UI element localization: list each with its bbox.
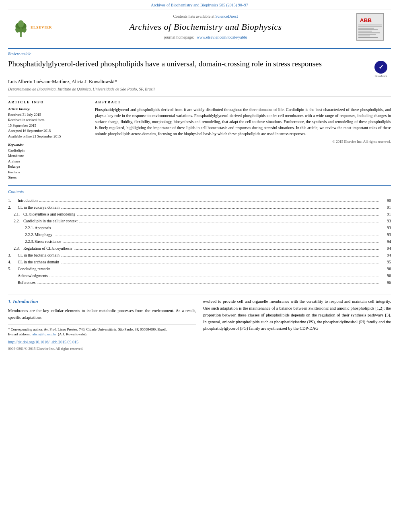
journal-title: Archives of Biochemistry and Biophysics [57,21,354,33]
toc-filler [61,263,379,263]
toc-num: 2.3. [8,246,23,251]
toc-filler [61,208,379,209]
toc-page: 95 [381,259,391,265]
toc-page: 94 [381,239,391,244]
svg-rect-11 [358,28,374,29]
svg-rect-16 [358,35,370,36]
toc-page: 90 [381,198,391,203]
email-link[interactable]: alicia@iq.usp.br [32,332,56,336]
toc-text: Acknowledgments [18,273,48,279]
keyword-item: Stress [8,175,88,181]
toc-num: 2.2.3. [8,239,35,244]
elsevier-logo-area: ELSEVIER [13,16,57,37]
svg-text:ABB: ABB [360,17,372,23]
toc-item: 3.CL in the bacteria domain94 [8,252,391,259]
toc-filler [37,283,379,284]
toc-item: 5.Concluding remarks96 [8,265,391,272]
sciencedirect-link[interactable]: ScienceDirect [215,14,238,18]
keywords-block: Keywords: CardiolipinMembraneArchaeaEuka… [8,142,88,181]
toc-item: 2.2.3.Stress resistance94 [8,238,391,245]
keywords-label: Keywords: [8,142,88,148]
revised-date: 15 September 2015 [8,123,88,129]
toc-page: 94 [381,253,391,258]
elsevier-branding: ELSEVIER [13,17,57,37]
toc-filler [39,201,379,202]
keyword-item: Archaea [8,159,88,164]
info-abstract-section: ARTICLE INFO Article history: Received 3… [8,96,391,181]
toc-item: 2.3.Regulation of CL biosynthesis94 [8,245,391,252]
svg-rect-17 [358,37,378,38]
toc-filler [74,249,379,250]
toc-page: 96 [381,273,391,279]
elsevier-wordmark: ELSEVIER [31,25,52,30]
article-info-panel: ARTICLE INFO Article history: Received 3… [8,100,88,181]
toc-item: 1.Introduction90 [8,197,391,204]
svg-rect-9 [358,25,382,25]
toc-num: 2.1. [8,212,23,217]
toc-page: 96 [381,280,391,286]
journal-url[interactable]: www.elsevier.com/locate/yabbi [197,35,247,39]
svg-rect-15 [358,34,376,35]
toc-filler [79,222,379,222]
toc-item: 2.2.2.Mitophagy93 [8,231,391,238]
toc-page: 93 [381,218,391,224]
toc-text: CL in the archaea domain [18,259,59,265]
keyword-item: Bacteria [8,170,88,175]
svg-rect-12 [358,29,378,30]
revised-label: Received in revised form [8,117,88,123]
table-of-contents: Contents 1.Introduction902.CL in the euk… [8,185,391,286]
corresponding-author: * Corresponding author. Av. Prof. Lineu … [8,327,196,332]
keyword-item: Eukarya [8,164,88,170]
svg-rect-10 [358,26,382,27]
abb-logo: ABB [356,13,384,41]
toc-item: 4.CL in the archaea domain95 [8,259,391,265]
toc-filler [53,229,379,229]
toc-page: 96 [381,266,391,272]
journal-title-area: Contents lists available at ScienceDirec… [57,14,354,41]
keywords-list: CardiolipinMembraneArchaeaEukaryaBacteri… [8,148,88,181]
crossmark-label: CrossMark [374,74,387,78]
toc-item: References96 [8,279,391,286]
toc-item: 2.1.CL biosynthesis and remodeling91 [8,211,391,218]
journal-citation-text: Archives of Biochemistry and Biophysics … [151,3,248,7]
article-title: Phosphatidylglycerol-derived phospholipi… [8,59,322,69]
intro-para1: Membranes are the key cellular elements … [8,308,196,321]
journal-homepage-line: journal homepage: www.elsevier.com/locat… [57,35,354,40]
abstract-heading: ABSTRACT [95,100,391,105]
toc-text: CL biosynthesis and remodeling [23,212,75,217]
intro-title: 1. Introduction [8,298,196,305]
article-info-heading: ARTICLE INFO [8,100,88,105]
contents-title: Contents [8,189,391,195]
toc-item: 2.2.1.Apoptosis93 [8,224,391,231]
email-line: E-mail address: alicia@iq.usp.br (A.J. K… [8,332,196,337]
two-col-layout: 1. Introduction Membranes are the key ce… [8,298,391,351]
toc-text: CL in the eukarya domain [18,205,60,210]
abb-logo-area: ABB [354,13,386,41]
toc-num: 2.2.2. [8,232,35,238]
keyword-item: Cardiolipin [8,148,88,154]
article-type-label: Review article [8,48,391,57]
copyright-line: © 2015 Elsevier Inc. All rights reserved… [95,139,391,144]
toc-filler [61,256,379,257]
introduction-section: 1. Introduction Membranes are the key ce… [8,294,391,351]
toc-item: Acknowledgments96 [8,272,391,279]
journal-citation-bar: Archives of Biochemistry and Biophysics … [0,0,399,10]
toc-text: References [18,280,35,286]
svg-rect-13 [358,31,372,32]
toc-page: 94 [381,246,391,251]
crossmark-badge[interactable]: ✓ CrossMark [371,61,391,78]
toc-num: 3. [8,253,18,258]
toc-text: Regulation of CL biosynthesis [23,246,72,251]
toc-text: Stress resistance [35,239,61,244]
abstract-text: Phosphatidylglycerol and phospholipids d… [95,107,391,137]
abstract-panel: ABSTRACT Phosphatidylglycerol and phosph… [95,100,391,181]
footnote-area: * Corresponding author. Av. Prof. Lineu … [8,325,196,337]
toc-num: 1. [8,198,18,203]
issn-line: 0003-9861/© 2015 Elsevier Inc. All right… [8,346,196,351]
toc-num: 4. [8,259,18,265]
toc-list: 1.Introduction902.CL in the eukarya doma… [8,197,391,286]
crossmark-icon: ✓ [374,61,387,74]
doi-link[interactable]: http://dx.doi.org/10.1016/j.abb.2015.09.… [8,339,196,345]
toc-text: Mitophagy [35,232,52,238]
toc-num: 5. [8,266,18,272]
